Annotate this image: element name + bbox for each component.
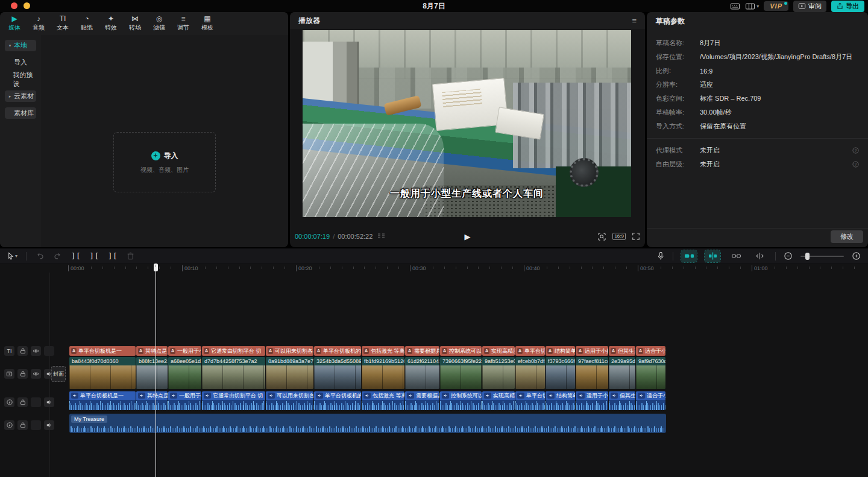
text-clip[interactable]: A 一般用于小型生 [168,346,201,356]
audio-clip[interactable]: 单平台切板机的切 [314,391,361,410]
video-clip[interactable]: f3793c666fd4 [546,357,575,389]
ruler-segment[interactable]: 00:20 [296,264,410,273]
modify-button[interactable]: 修改 [831,230,863,243]
sidebar-item[interactable]: 导入 [5,57,36,68]
mute-icon[interactable] [44,420,54,430]
text-clip[interactable]: A 单平台切板机是一 [69,346,136,356]
import-dropzone[interactable]: + 导入 视频、音频、图片 [113,132,216,192]
text-clip[interactable]: A 实现高精度 高 [482,346,515,356]
audio-clip[interactable]: 它通常由切割平台 切 [202,391,265,410]
video-clip[interactable]: 7390663f95fe22ba7 [440,357,482,389]
ripple-edit-toggle[interactable] [752,250,767,262]
split-left-button[interactable]: ][ [89,252,99,261]
audio-clip[interactable]: 适合于小型 [636,391,665,410]
audio-clip[interactable]: 单平台切板机是一 [69,391,136,410]
vip-badge[interactable]: VIP [764,1,788,11]
audio-clip[interactable]: 需要根据具体 [405,391,439,410]
split-button[interactable]: ][ [71,252,81,261]
ruler-segment[interactable]: 00:50 [638,264,752,273]
mute-icon[interactable] [44,397,54,407]
video-clip[interactable]: 2e39a95d99 [609,357,635,389]
record-voiceover-button[interactable] [656,251,665,261]
preview-axis-toggle[interactable] [705,250,720,262]
text-clip[interactable]: A 它通常由切割平台 切 [202,346,265,356]
text-clip[interactable]: A 结构简单 操 [546,346,575,356]
lock-icon[interactable] [17,346,28,356]
zoom-out-button[interactable] [784,251,793,261]
sidebar-item[interactable]: ▾ 本地 [5,40,36,51]
sidebar-item[interactable]: 我的预设 [5,74,36,85]
help-icon[interactable]: ? [852,161,859,168]
text-clip[interactable]: A 包括激光 等离子 水刀等 [362,346,404,356]
video-clip[interactable]: 61d2f6211043c [405,357,439,389]
video-clip[interactable]: 8a91bd889a3a7e7c907f [266,357,313,389]
zoom-in-button[interactable] [852,251,861,261]
split-right-button[interactable]: ][ [108,252,118,261]
eye-icon[interactable] [31,346,41,356]
audio-clip[interactable]: 单平台切板机 结 [515,391,545,410]
video-clip[interactable]: fb1fd92169b5126722684 [362,357,404,389]
video-clip[interactable]: 3254b3da5d550894 [314,357,361,389]
media-tab[interactable]: TI 文本 [51,15,75,32]
audio-clip[interactable]: 可以用来切割各种材料 [266,391,313,410]
audio-clip[interactable]: 其特点是只 [136,391,168,410]
video-clip[interactable]: 9af9d7630d01 [636,357,665,389]
timeline-ruler[interactable]: 00:00 00:10 00:20 00:30 00:40 [68,264,866,273]
layout-switch-button[interactable]: ▾ [745,2,759,11]
auto-snap-toggle[interactable] [681,250,697,262]
play-button[interactable]: ▶ [465,232,471,241]
playhead[interactable] [153,264,159,477]
audio-clip[interactable]: 包括激光 等离子 [362,391,404,410]
text-clip[interactable]: A 其特点是只 [136,346,168,356]
export-button[interactable]: 导出 [831,1,864,12]
audio-clip[interactable]: 适用于小批量 [576,391,608,410]
video-clip[interactable]: 9afb51253e09ff [482,357,515,389]
video-clip[interactable]: 97faecf811cd337 [576,357,608,389]
music-clip[interactable]: My Treasure [69,414,666,433]
cover-button[interactable]: 封面 [51,366,66,382]
video-clip[interactable]: d7d7b44258f753e7a2 [202,357,265,389]
media-tab[interactable]: ◔ 贴纸 [75,15,99,32]
video-clip[interactable]: b88fc13ee21a [136,357,168,389]
audio-clip[interactable]: 但其生产 [609,391,635,410]
audio-clip[interactable]: 一般用于小型生 [168,391,201,410]
delete-button[interactable] [126,251,135,261]
text-clip[interactable]: A 适用于小批量 灵 [576,346,608,356]
ruler-segment[interactable]: 00:40 [524,264,638,273]
ruler-segment[interactable]: 00:30 [410,264,524,273]
text-clip[interactable]: A 单平台切板机 结 [515,346,545,356]
frame-view-icon[interactable] [377,233,386,240]
audio-clip[interactable]: 实现高精度 高 [482,391,515,410]
player-menu-icon[interactable]: ≡ [632,16,637,25]
audio-clip[interactable]: 结构简单 操 [546,391,575,410]
lock-icon[interactable] [17,420,28,430]
snapshot-button[interactable] [597,232,606,241]
linkage-toggle[interactable] [728,250,744,262]
media-tab[interactable]: ≡ 调节 [171,15,195,32]
review-button[interactable]: 审阅 [793,1,826,12]
media-tab[interactable]: ▦ 模板 [195,15,219,32]
text-clip[interactable]: A 单平台切板机的切 [314,346,361,356]
video-clip[interactable]: ba8443f0d70d0360 [69,357,136,389]
undo-button[interactable] [35,251,45,261]
media-tab[interactable]: ✦ 特效 [99,15,123,32]
text-clip[interactable]: A 适合于小型 [636,346,665,356]
ruler-segment[interactable]: 00:10 [182,264,296,273]
timeline-zoom-slider[interactable] [800,252,844,261]
ruler-segment[interactable]: 00:00 [68,264,182,273]
media-tab[interactable]: ◎ 滤镜 [147,15,171,32]
select-tool-button[interactable]: ▾ [6,251,17,261]
eye-icon[interactable] [31,369,41,379]
audio-clip[interactable]: 控制系统可以根据 [440,391,482,410]
video-clip[interactable]: efceb0b7dfa16 [515,357,545,389]
sidebar-item[interactable]: ▸ 云素材 [5,90,36,102]
text-clip[interactable]: A 可以用来切割各种材料 [266,346,313,356]
lock-icon[interactable] [17,369,28,379]
slider-handle[interactable] [805,253,810,260]
redo-button[interactable] [53,251,63,261]
aspect-ratio-button[interactable]: 16:9 [612,233,626,240]
video-preview[interactable]: 一般用于小型生产线或者个人车间 [303,30,631,217]
ruler-segment[interactable]: 01:00 [752,264,866,273]
text-clip[interactable]: A 需要根据具体 [405,346,439,356]
video-clip[interactable]: a68ee05e1d3cf4 [168,357,201,389]
